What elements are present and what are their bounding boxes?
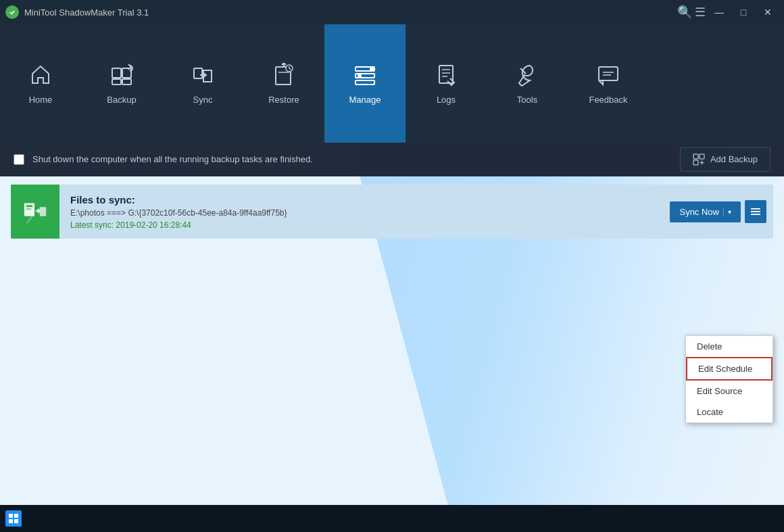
nav-item-backup[interactable]: Backup bbox=[81, 24, 162, 143]
nav-label-sync: Sync bbox=[193, 95, 213, 105]
menu-item-edit-schedule[interactable]: Edit Schedule bbox=[686, 357, 773, 381]
task-info: Files to sync: E:\photos ===> G:\{3702c1… bbox=[59, 187, 670, 237]
task-card: Files to sync: E:\photos ===> G:\{3702c1… bbox=[11, 185, 773, 239]
task-path: E:\photos ===> G:\{3702c10f-56cb-45ee-a8… bbox=[70, 208, 659, 218]
task-menu-button[interactable] bbox=[745, 200, 766, 223]
close-button[interactable]: ✕ bbox=[757, 3, 779, 22]
svg-rect-5 bbox=[194, 68, 202, 78]
nav-item-sync[interactable]: Sync bbox=[162, 24, 243, 143]
svg-rect-25 bbox=[9, 514, 13, 518]
sync-now-label: Sync Now bbox=[679, 207, 719, 217]
nav-item-tools[interactable]: Tools bbox=[487, 24, 568, 143]
minimize-button[interactable]: — bbox=[708, 3, 730, 22]
taskbar bbox=[0, 505, 784, 532]
svg-rect-19 bbox=[26, 205, 33, 207]
restore-icon bbox=[272, 63, 296, 91]
svg-rect-21 bbox=[40, 207, 47, 216]
svg-rect-12 bbox=[356, 80, 374, 84]
app-title: MiniTool ShadowMaker Trial 3.1 bbox=[24, 7, 149, 18]
nav-item-feedback[interactable]: Feedback bbox=[568, 24, 649, 143]
nav-label-feedback: Feedback bbox=[589, 95, 627, 105]
nav-label-home: Home bbox=[29, 95, 53, 105]
svg-rect-2 bbox=[122, 68, 131, 78]
svg-point-0 bbox=[8, 8, 16, 16]
svg-rect-28 bbox=[14, 519, 18, 523]
nav-item-restore[interactable]: Restore bbox=[243, 24, 324, 143]
svg-rect-13 bbox=[439, 66, 453, 83]
task-icon-area bbox=[11, 185, 59, 239]
menu-item-edit-source[interactable]: Edit Source bbox=[686, 381, 773, 402]
svg-rect-16 bbox=[700, 154, 704, 159]
svg-rect-22 bbox=[751, 208, 760, 210]
app-window: MiniTool ShadowMaker Trial 3.1 🔍 ☰ — □ ✕… bbox=[0, 0, 784, 505]
svg-rect-1 bbox=[112, 68, 121, 78]
search-button[interactable]: 🔍 bbox=[677, 5, 692, 20]
nav-label-manage: Manage bbox=[349, 95, 381, 105]
svg-rect-20 bbox=[26, 208, 32, 210]
nav-label-restore: Restore bbox=[268, 95, 299, 105]
feedback-icon bbox=[596, 63, 620, 91]
menu-item-delete[interactable]: Delete bbox=[686, 336, 773, 357]
svg-rect-23 bbox=[751, 211, 760, 212]
svg-point-11 bbox=[358, 74, 362, 78]
svg-point-10 bbox=[370, 67, 374, 71]
title-bar: MiniTool ShadowMaker Trial 3.1 🔍 ☰ — □ ✕ bbox=[0, 0, 784, 24]
nav-bar: Home Backup bbox=[0, 24, 784, 143]
maximize-button[interactable]: □ bbox=[733, 3, 754, 22]
home-icon bbox=[28, 63, 53, 91]
nav-item-home[interactable]: Home bbox=[0, 24, 81, 143]
nav-label-logs: Logs bbox=[437, 95, 456, 105]
app-logo bbox=[5, 5, 19, 19]
checkbox-row: Shut down the computer when all the runn… bbox=[0, 143, 784, 176]
svg-rect-27 bbox=[9, 519, 13, 523]
task-actions: Sync Now ▾ bbox=[670, 200, 773, 223]
svg-rect-24 bbox=[751, 214, 760, 215]
nav-item-logs[interactable]: Logs bbox=[406, 24, 487, 143]
title-bar-left: MiniTool ShadowMaker Trial 3.1 bbox=[5, 5, 149, 19]
add-backup-label: Add Backup bbox=[710, 154, 758, 164]
nav-label-backup: Backup bbox=[107, 95, 136, 105]
task-title: Files to sync: bbox=[70, 194, 659, 205]
hamburger-button[interactable]: ☰ bbox=[695, 5, 706, 20]
svg-rect-4 bbox=[122, 79, 131, 84]
manage-icon bbox=[353, 63, 377, 91]
nav-item-manage[interactable]: Manage bbox=[324, 24, 406, 143]
add-backup-button[interactable]: Add Backup bbox=[680, 147, 770, 172]
menu-item-locate[interactable]: Locate bbox=[686, 402, 773, 422]
task-sync-time: Latest sync: 2019-02-20 16:28:44 bbox=[70, 220, 659, 230]
sync-now-button[interactable]: Sync Now ▾ bbox=[670, 201, 741, 222]
shutdown-checkbox[interactable] bbox=[14, 154, 24, 165]
title-bar-controls: 🔍 ☰ — □ ✕ bbox=[677, 3, 779, 22]
sync-icon bbox=[191, 63, 215, 91]
svg-rect-3 bbox=[112, 79, 121, 84]
tools-icon bbox=[515, 63, 539, 91]
svg-rect-26 bbox=[14, 514, 18, 518]
svg-rect-14 bbox=[599, 67, 618, 80]
main-area: Shut down the computer when all the runn… bbox=[0, 143, 784, 505]
shutdown-label: Shut down the computer when all the runn… bbox=[32, 154, 313, 164]
task-dropdown-menu: Delete Edit Schedule Edit Source Locate bbox=[685, 335, 773, 423]
nav-label-tools: Tools bbox=[517, 95, 537, 105]
backup-icon bbox=[109, 63, 134, 91]
svg-rect-17 bbox=[693, 160, 698, 165]
sync-now-dropdown-arrow[interactable]: ▾ bbox=[723, 208, 731, 216]
svg-rect-15 bbox=[693, 154, 698, 159]
logs-icon bbox=[434, 63, 458, 91]
start-button[interactable] bbox=[5, 510, 22, 527]
